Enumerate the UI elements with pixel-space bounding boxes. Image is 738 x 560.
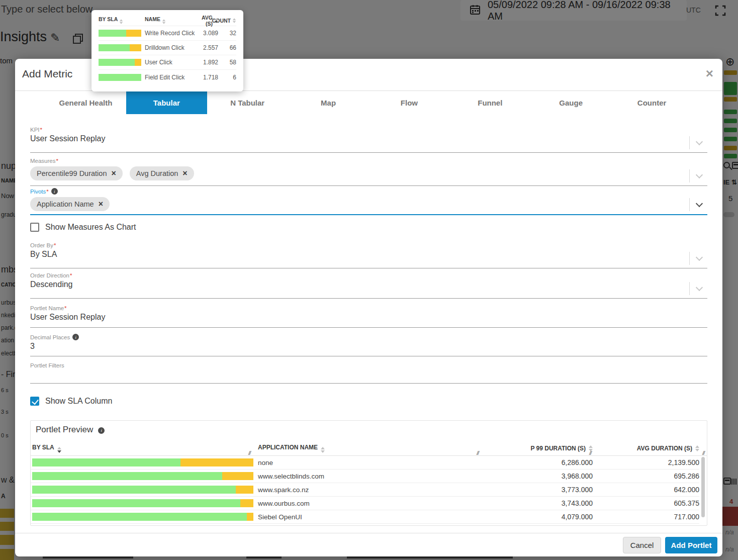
application-name-cell: none: [253, 459, 477, 466]
decimal-places-label: Decimal Placesi: [30, 334, 707, 340]
table-row: www.spark.co.nz 3,773.000 642.000: [31, 483, 699, 497]
column-resize-handle[interactable]: //: [702, 450, 704, 456]
measures-field[interactable]: Measures* Percentile99 Duration× Avg Dur…: [30, 158, 707, 186]
application-name-cell: www.selectblinds.com: [253, 473, 477, 480]
popup-header-by-sla[interactable]: BY SLA: [99, 16, 145, 25]
preview-table-header: BY SLA APPLICATION NAME P 99 DURATION (S…: [31, 441, 707, 456]
order-direction-value[interactable]: Descending: [30, 280, 707, 292]
portlet-name-value[interactable]: User Session Replay: [30, 313, 707, 325]
avg-cell: 1.718: [195, 74, 218, 81]
tab[interactable]: N Tabular: [207, 91, 288, 114]
sort-icon: [233, 18, 236, 23]
column-resize-handle[interactable]: //: [477, 450, 479, 456]
popup-table-body: Write Record Click 3.089 32 Drilldown Cl…: [99, 26, 236, 84]
kpi-dropdown-toggle[interactable]: [689, 136, 707, 149]
pivots-chips: Application Name×: [30, 197, 707, 215]
sort-icon: [120, 19, 123, 24]
order-by-label: Order By*: [30, 242, 707, 248]
popup-table-row: Write Record Click 3.089 32: [99, 26, 236, 41]
p99-duration-cell: 3,743.000: [477, 499, 593, 507]
decimal-places-field[interactable]: Decimal Placesi 3: [30, 334, 707, 356]
tab[interactable]: Gauge: [530, 91, 611, 114]
kpi-field[interactable]: KPI* User Session Replay: [30, 127, 707, 153]
pivots-dropdown-toggle[interactable]: [689, 198, 707, 211]
sla-bar: [32, 458, 253, 466]
decimal-places-value[interactable]: 3: [30, 342, 707, 354]
cancel-button[interactable]: Cancel: [623, 537, 661, 553]
order-by-field[interactable]: Order By* By SLA: [30, 242, 707, 268]
modal-footer: Cancel Add Portlet: [15, 533, 722, 556]
measure-chip: Percentile99 Duration×: [30, 166, 123, 180]
chevron-down-icon: [696, 200, 703, 207]
info-icon[interactable]: i: [72, 334, 79, 340]
measures-label: Measures*: [30, 158, 707, 164]
p99-duration-cell: 4,079.000: [477, 513, 593, 521]
portlet-preview-title: Portlet Previewi: [36, 425, 105, 435]
application-name-cell: www.spark.co.nz: [253, 486, 477, 494]
column-header-application-name[interactable]: APPLICATION NAME: [253, 444, 477, 453]
show-sla-column-row: Show SLA Column: [30, 397, 707, 406]
sla-bar: [99, 44, 141, 51]
column-header-by-sla[interactable]: BY SLA: [31, 444, 253, 453]
remove-chip-icon[interactable]: ×: [182, 169, 187, 177]
sla-bar-green: [99, 30, 126, 37]
measures-dropdown-toggle[interactable]: [689, 169, 707, 182]
show-measures-as-chart-label: Show Measures As Chart: [45, 223, 136, 232]
tab[interactable]: Tabular: [126, 91, 207, 114]
column-header-p99-duration[interactable]: P 99 DURATION (S): [477, 444, 593, 453]
tab[interactable]: General Health: [45, 91, 126, 114]
chevron-down-icon: [696, 284, 703, 291]
preview-scrollbar[interactable]: [701, 457, 705, 517]
portlet-filters-field[interactable]: Portlet Filters: [30, 362, 707, 384]
order-direction-field[interactable]: Order Direction* Descending: [30, 272, 707, 299]
column-header-avg-duration[interactable]: AVG DURATION (S): [593, 444, 699, 453]
pivot-chip: Application Name×: [30, 197, 110, 211]
portlet-name-field[interactable]: Portlet Name* User Session Replay: [30, 305, 707, 328]
sla-bar-green: [99, 44, 130, 51]
portlet-filters-value[interactable]: [30, 370, 707, 382]
popup-header-name[interactable]: NAME: [145, 16, 195, 25]
sla-bar-green: [32, 513, 247, 521]
kpi-value[interactable]: User Session Replay: [30, 134, 707, 146]
tab[interactable]: Counter: [611, 91, 692, 114]
popup-header-avg[interactable]: AVG (S): [195, 15, 218, 27]
order-direction-dropdown-toggle[interactable]: [689, 282, 707, 295]
order-by-value[interactable]: By SLA: [30, 250, 707, 262]
p99-duration-cell: 3,968.000: [477, 472, 593, 480]
remove-chip-icon[interactable]: ×: [111, 169, 116, 177]
sla-bar-green: [32, 458, 180, 466]
avg-cell: 1.892: [195, 59, 218, 66]
show-sla-column-checkbox[interactable]: [30, 397, 39, 406]
p99-duration-cell: 3,773.000: [477, 486, 593, 494]
info-icon[interactable]: i: [51, 188, 58, 195]
portlet-filters-label: Portlet Filters: [30, 362, 707, 368]
remove-chip-icon[interactable]: ×: [99, 200, 103, 208]
show-measures-as-chart-checkbox[interactable]: [30, 223, 39, 232]
sort-icon: [57, 447, 61, 453]
sla-bar: [32, 513, 253, 521]
pivots-field[interactable]: Pivots*i Application Name×: [30, 188, 707, 215]
avg-duration-cell: 695.286: [593, 472, 699, 480]
column-resize-handle[interactable]: //: [589, 450, 591, 456]
modal-title: Add Metric: [22, 68, 72, 80]
sort-icon: [162, 19, 165, 24]
popup-table-row: Drilldown Click 2.557 66: [99, 41, 236, 55]
sla-bar: [99, 59, 141, 66]
order-by-dropdown-toggle[interactable]: [689, 252, 707, 265]
add-portlet-button[interactable]: Add Portlet: [665, 537, 717, 553]
sla-bar-green: [32, 472, 222, 480]
tab[interactable]: Funnel: [449, 91, 530, 114]
sla-bar: [99, 74, 141, 81]
sla-bar: [99, 30, 141, 37]
info-icon[interactable]: i: [98, 427, 105, 434]
column-resize-handle[interactable]: //: [248, 450, 250, 456]
count-cell: 66: [218, 44, 236, 51]
sla-bar: [32, 499, 253, 507]
close-icon[interactable]: ×: [706, 67, 713, 80]
tab[interactable]: Map: [288, 91, 369, 114]
show-sla-column-label: Show SLA Column: [45, 397, 112, 406]
popup-header-count[interactable]: COUNT: [218, 18, 236, 24]
metric-type-tabs: General Health Tabular N Tabular Map Flo…: [45, 91, 692, 114]
tab[interactable]: Flow: [369, 91, 450, 114]
popup-table-header: BY SLA NAME AVG (S) COUNT: [99, 15, 236, 26]
